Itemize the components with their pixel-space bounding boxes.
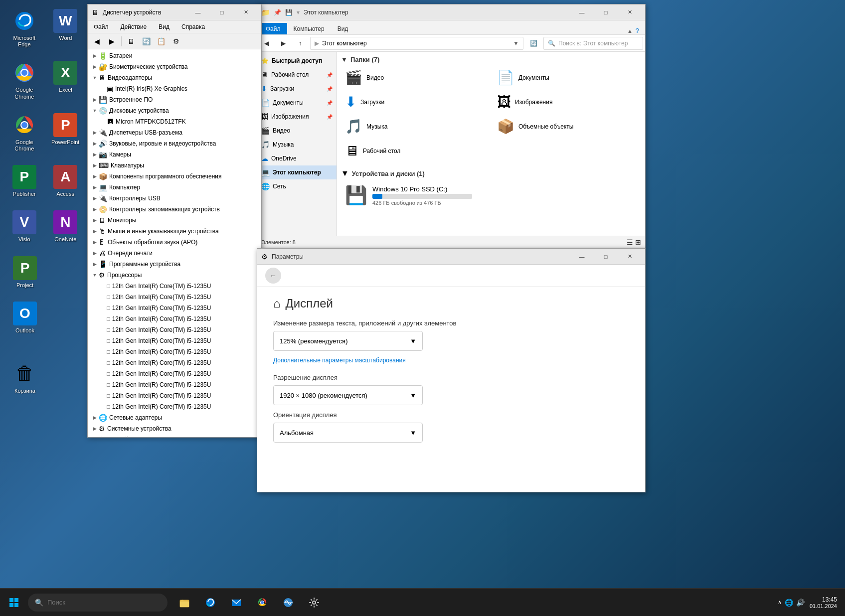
toolbar-update[interactable]: 🔄 — [139, 34, 153, 48]
settings-orientation-dropdown[interactable]: Альбомная ▼ — [273, 423, 423, 443]
tree-apo[interactable]: ▶ 🎚 Объекты обработки звука (APO) — [89, 237, 260, 248]
toolbar-settings[interactable]: ⚙ — [169, 34, 183, 48]
addr-dropdown[interactable]: ▼ — [513, 40, 519, 47]
tree-network[interactable]: ▶ 🌐 Сетевые адаптеры — [89, 412, 260, 423]
tree-cpu-2[interactable]: □12th Gen Intel(R) Core(TM) i5-1235U — [89, 292, 260, 303]
tree-camera[interactable]: ▶ 📷 Камеры — [89, 149, 260, 160]
tree-firmware[interactable]: ▶ 💾 Встроенное ПО — [89, 94, 260, 105]
close-button[interactable]: ✕ — [234, 4, 257, 20]
settings-minimize[interactable]: — — [570, 249, 593, 265]
device-tree[interactable]: ▶ 🔋 Батареи ▶ 🔐 Биометрические устройств… — [88, 49, 261, 437]
tree-video[interactable]: ▼ 🖥 Видеоадаптеры — [89, 72, 260, 83]
tree-biometric[interactable]: ▶ 🔐 Биометрические устройства — [89, 61, 260, 72]
minimize-button[interactable]: — — [186, 4, 209, 20]
folder-desktop[interactable]: 🖥 Рабочий стол — [341, 141, 489, 161]
explorer-maximize[interactable]: □ — [594, 4, 617, 20]
tree-print[interactable]: ▶ 🖨 Очереди печати — [89, 248, 260, 259]
folders-collapse-arrow[interactable]: ▼ — [341, 56, 347, 63]
desktop-icon-publisher[interactable]: P Publisher — [5, 161, 44, 201]
devices-collapse-arrow[interactable]: ▼ — [341, 169, 349, 178]
folder-images[interactable]: 🖼 Изображения — [493, 92, 641, 112]
sidebar-network[interactable]: 🌐 Сеть — [257, 179, 337, 193]
ribbon-tab-file[interactable]: Файл — [259, 23, 287, 34]
tree-computer[interactable]: ▶ 💻 Компьютер — [89, 182, 260, 193]
tree-micron[interactable]: 🖪 Micron MTFDKCD512TFK — [89, 116, 260, 127]
settings-resolution-dropdown[interactable]: 1920 × 1080 (рекомендуется) ▼ — [273, 385, 423, 405]
taskbar-mail[interactable] — [224, 591, 248, 615]
taskbar-edge[interactable] — [198, 591, 222, 615]
tree-cpu-11[interactable]: □12th Gen Intel(R) Core(TM) i5-1235U — [89, 390, 260, 401]
desktop-icon-access[interactable]: A Access — [46, 161, 85, 201]
tree-cpu-1[interactable]: □12th Gen Intel(R) Core(TM) i5-1235U — [89, 281, 260, 292]
explorer-close[interactable]: ✕ — [618, 4, 641, 20]
explorer-minimize[interactable]: — — [570, 4, 593, 20]
sidebar-downloads[interactable]: ⬇ Загрузки 📌 — [257, 82, 337, 96]
toolbar-device[interactable]: 📋 — [154, 34, 168, 48]
ribbon-help-icon[interactable]: ? — [636, 27, 639, 34]
taskbar-file-explorer[interactable] — [172, 591, 196, 615]
addr-up-button[interactable]: ↑ — [293, 37, 307, 50]
desktop-icon-chrome2[interactable]: Google Chrome — [5, 109, 44, 156]
view-grid-icon[interactable]: ⊞ — [635, 238, 641, 246]
tree-cpu-12[interactable]: □12th Gen Intel(R) Core(TM) i5-1235U — [89, 401, 260, 412]
tree-keyboard[interactable]: ▶ ⌨ Клавиатуры — [89, 160, 260, 171]
tree-mouse[interactable]: ▶ 🖱 Мыши и иные указывающие устройства — [89, 226, 260, 237]
taskbar-settings[interactable] — [302, 591, 326, 615]
tree-storage-ctrl[interactable]: ▶ 📀 Контроллеры запоминающих устройств — [89, 204, 260, 215]
tree-cpu-4[interactable]: □12th Gen Intel(R) Core(TM) i5-1235U — [89, 313, 260, 324]
sidebar-images[interactable]: 🖼 Изображения 📌 — [257, 110, 337, 124]
maximize-button[interactable]: □ — [210, 4, 233, 20]
tree-usb-ctrl[interactable]: ▶ 🔌 Контроллеры USB — [89, 193, 260, 204]
taskbar-search-input[interactable] — [47, 599, 161, 606]
ribbon-expand-icon[interactable]: ▲ — [627, 28, 633, 34]
tree-usb-mgr[interactable]: ▶ 🔌 Диспетчеры USB-разъема — [89, 127, 260, 138]
tree-cpu-6[interactable]: □12th Gen Intel(R) Core(TM) i5-1235U — [89, 335, 260, 346]
tree-cpu-3[interactable]: □12th Gen Intel(R) Core(TM) i5-1235U — [89, 303, 260, 313]
settings-back-button[interactable]: ← — [265, 268, 281, 284]
settings-close[interactable]: ✕ — [618, 249, 641, 265]
menu-file[interactable]: Файл — [92, 22, 111, 31]
menu-view[interactable]: Вид — [157, 22, 171, 31]
taskbar-chrome[interactable] — [250, 591, 274, 615]
sidebar-desktop[interactable]: 🖥 Рабочий стол 📌 — [257, 68, 337, 82]
desktop-icon-onenote[interactable]: N OneNote — [46, 206, 85, 247]
sidebar-music[interactable]: 🎵 Музыка — [257, 138, 337, 152]
tree-cpu-8[interactable]: □12th Gen Intel(R) Core(TM) i5-1235U — [89, 357, 260, 368]
tree-hid[interactable]: ▶ 🎮 Устройства HID (Human Interface Devi… — [89, 434, 260, 437]
settings-scale-dropdown[interactable]: 125% (рекомендуется) ▼ — [273, 331, 423, 351]
desktop-icon-chrome[interactable]: Google Chrome — [5, 57, 44, 104]
tree-sw-devices[interactable]: ▶ 📱 Программные устройства — [89, 259, 260, 270]
tree-sw-components[interactable]: ▶ 📦 Компоненты программного обеспечения — [89, 171, 260, 182]
tree-cpu-10[interactable]: □12th Gen Intel(R) Core(TM) i5-1235U — [89, 379, 260, 390]
taskbar-network-icon[interactable]: 🌐 — [785, 599, 793, 607]
settings-maximize[interactable]: □ — [594, 249, 617, 265]
tree-cpu-7[interactable]: □12th Gen Intel(R) Core(TM) i5-1235U — [89, 346, 260, 357]
ribbon-tab-view[interactable]: Вид — [331, 23, 355, 34]
folder-music[interactable]: 🎵 Музыка — [341, 116, 489, 137]
storage-device-c[interactable]: 💾 Windows 10 Pro SSD (C:) 426 ГБ свободн… — [341, 183, 641, 208]
menu-help[interactable]: Справка — [179, 22, 207, 31]
sidebar-documents[interactable]: 📄 Документы 📌 — [257, 96, 337, 110]
start-button[interactable] — [0, 589, 28, 616]
sidebar-quick-access[interactable]: ⭐ Быстрый доступ — [257, 54, 337, 68]
desktop-icon-outlook[interactable]: O Outlook — [5, 298, 45, 338]
tree-cpu-5[interactable]: □12th Gen Intel(R) Core(TM) i5-1235U — [89, 324, 260, 335]
folder-video[interactable]: 🎬 Видео — [341, 67, 489, 88]
taskbar-volume-icon[interactable]: 🔊 — [796, 599, 805, 607]
desktop-icon-recycle[interactable]: 🗑 Корзина — [5, 358, 45, 398]
sidebar-this-pc[interactable]: 💻 Этот компьютер — [257, 165, 337, 179]
toolbar-computer[interactable]: 🖥 — [124, 34, 138, 48]
taskbar-browser2[interactable] — [276, 591, 300, 615]
sidebar-video[interactable]: 🎬 Видео — [257, 124, 337, 138]
search-box[interactable]: 🔍 Поиск в: Этот компьютер — [543, 37, 643, 50]
folder-documents[interactable]: 📄 Документы — [493, 67, 641, 88]
tree-system[interactable]: ▶ ⚙ Системные устройства — [89, 423, 260, 434]
desktop-icon-powerpoint[interactable]: P PowerPoint — [46, 109, 85, 156]
view-list-icon[interactable]: ☰ — [627, 238, 633, 246]
tree-cpu[interactable]: ▼ ⚙ Процессоры — [89, 270, 260, 281]
desktop-icon-project[interactable]: P Project — [5, 252, 45, 293]
toolbar-forward[interactable]: ▶ — [105, 34, 119, 48]
tree-iris[interactable]: ▣ Intel(R) Iris(R) Xe Graphics — [89, 83, 260, 94]
taskbar-search-box[interactable]: 🔍 — [28, 594, 168, 612]
tree-cpu-9[interactable]: □12th Gen Intel(R) Core(TM) i5-1235U — [89, 368, 260, 379]
